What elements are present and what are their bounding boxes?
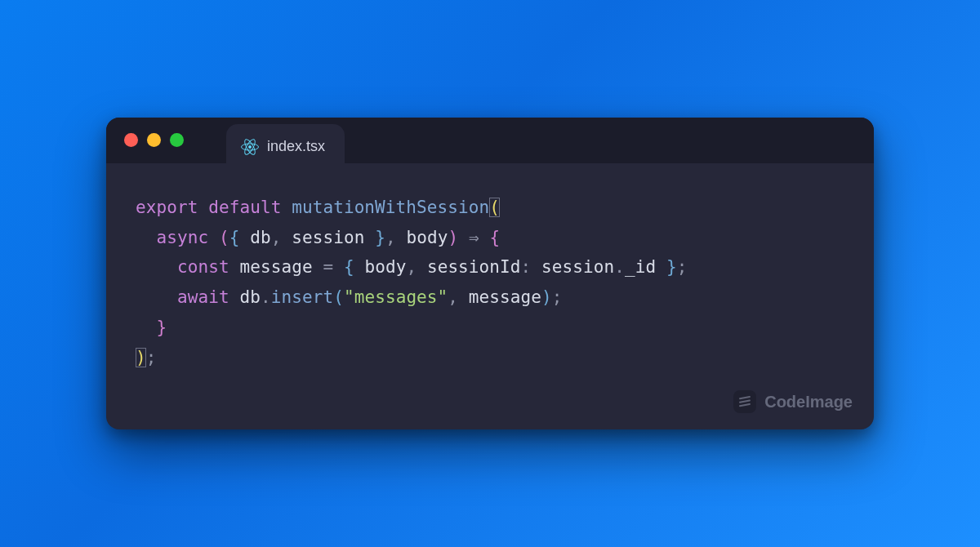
arrow: ⇒ (469, 228, 479, 247)
minimize-icon[interactable] (147, 133, 161, 147)
comma: , (448, 287, 458, 307)
op-eq: = (323, 257, 333, 277)
method-insert: insert (271, 287, 333, 307)
paren-open: ( (333, 287, 344, 307)
colon: : (521, 257, 532, 277)
zoom-icon[interactable] (170, 133, 184, 147)
paren-open: ( (489, 198, 500, 217)
ref-session: session (541, 257, 614, 277)
titlebar: index.tsx (106, 118, 874, 163)
brace-close: } (157, 318, 167, 337)
comma: , (271, 228, 282, 247)
semi: ; (552, 287, 563, 307)
brace-open: { (344, 257, 354, 277)
var-session: session (292, 228, 364, 247)
kw-const: const (177, 257, 229, 277)
brace-open: { (489, 228, 500, 247)
kw-async: async (157, 228, 209, 247)
var-message: message (239, 257, 312, 277)
watermark: CodeImage (733, 390, 853, 413)
paren-close: ) (541, 287, 552, 307)
editor-window: index.tsx export default mutationWithSes… (106, 118, 874, 430)
close-icon[interactable] (124, 133, 138, 147)
watermark-text: CodeImage (764, 393, 853, 411)
comma: , (385, 228, 396, 247)
codeimage-logo-icon (733, 390, 756, 413)
file-tab[interactable]: index.tsx (226, 124, 345, 170)
svg-point-0 (248, 145, 252, 149)
var-body: body (406, 228, 448, 247)
react-icon (241, 138, 259, 156)
semi: ; (677, 257, 688, 277)
semi: ; (146, 348, 157, 367)
paren-close: ) (448, 228, 458, 247)
brace-open: { (229, 228, 240, 247)
string-messages: "messages" (344, 287, 448, 307)
paren-close: ) (136, 348, 146, 367)
kw-default: default (208, 198, 281, 217)
tab-filename: index.tsx (267, 138, 325, 155)
brace-close: } (375, 228, 385, 247)
dot: . (614, 257, 625, 277)
paren-open: ( (219, 228, 229, 247)
traffic-lights (124, 133, 184, 147)
brace-close: } (666, 257, 677, 277)
comma: , (406, 257, 416, 277)
key-sessionId: sessionId (427, 257, 521, 277)
prop-id: _id (625, 257, 656, 277)
ref-db: db (239, 287, 261, 307)
fn-mutationWithSession: mutationWithSession (292, 198, 489, 217)
key-body: body (364, 257, 406, 277)
ref-message: message (469, 287, 541, 307)
kw-export: export (136, 198, 198, 217)
dot: . (261, 287, 271, 307)
var-db: db (250, 228, 271, 247)
kw-await: await (177, 287, 229, 307)
